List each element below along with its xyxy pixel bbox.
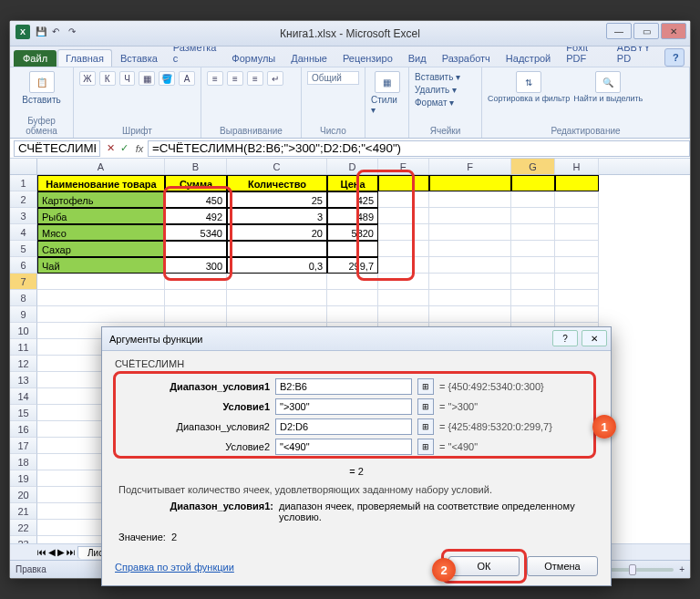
cell[interactable] [511, 241, 555, 257]
cell[interactable]: Чай [37, 257, 165, 274]
align-left-button[interactable]: ≡ [207, 71, 223, 86]
row-header[interactable]: 21 [10, 503, 37, 520]
close-button[interactable]: ✕ [661, 23, 686, 39]
undo-icon[interactable]: ↶ [52, 26, 63, 37]
arg-input[interactable] [275, 418, 412, 435]
cell[interactable] [555, 208, 599, 224]
cell[interactable] [378, 306, 429, 323]
dialog-help-link[interactable]: Справка по этой функции [115, 562, 234, 573]
cell[interactable] [165, 290, 227, 306]
row-header[interactable]: 5 [10, 241, 37, 257]
col-header-h[interactable]: H [555, 159, 599, 174]
cell[interactable] [378, 241, 429, 257]
cell[interactable] [227, 241, 327, 257]
cell[interactable] [227, 306, 327, 323]
minimize-button[interactable]: — [606, 23, 632, 39]
row-header[interactable]: 15 [10, 405, 37, 421]
cell[interactable] [511, 274, 555, 290]
cell[interactable]: Сумма [165, 175, 227, 191]
row-header[interactable]: 10 [10, 323, 37, 339]
tab-developer[interactable]: Разработч [435, 50, 498, 67]
cell[interactable] [327, 241, 378, 257]
range-select-icon[interactable]: ⊞ [417, 378, 434, 395]
cell[interactable] [429, 175, 511, 191]
col-header-b[interactable]: B [165, 159, 227, 174]
col-header-a[interactable]: A [37, 159, 165, 174]
cell[interactable] [511, 290, 555, 306]
row-header[interactable]: 9 [10, 306, 37, 323]
cell[interactable] [555, 175, 599, 191]
cell[interactable] [555, 191, 599, 208]
tab-nav-prev[interactable]: ◀ [48, 547, 56, 557]
col-header-g[interactable]: G [511, 159, 555, 174]
row-header[interactable]: 19 [10, 470, 37, 487]
cell[interactable]: 492 [165, 208, 227, 224]
bold-button[interactable]: Ж [79, 71, 96, 86]
row-header[interactable]: 7 [10, 274, 37, 290]
cell[interactable] [429, 306, 511, 323]
cell[interactable] [37, 306, 165, 323]
cell[interactable] [555, 274, 599, 290]
find-select-button[interactable]: 🔍Найти и выделить [573, 71, 643, 103]
fx-icon[interactable]: fx [131, 143, 148, 154]
italic-button[interactable]: К [99, 71, 116, 86]
tab-data[interactable]: Данные [283, 50, 335, 67]
dialog-close-button[interactable]: ✕ [582, 330, 607, 346]
wrap-button[interactable]: ↵ [267, 71, 283, 86]
cell[interactable] [37, 274, 165, 290]
cell[interactable]: 5340 [165, 224, 227, 241]
cell[interactable]: 425 [327, 191, 378, 208]
border-button[interactable]: ▦ [139, 71, 155, 86]
cell[interactable] [511, 175, 555, 191]
cell[interactable] [429, 257, 511, 274]
tab-formulas[interactable]: Формулы [224, 50, 283, 67]
cell[interactable] [227, 290, 327, 306]
cell[interactable]: 5320 [327, 224, 378, 241]
cell[interactable] [165, 274, 227, 290]
cell[interactable]: 3 [227, 208, 327, 224]
select-all-corner[interactable] [10, 159, 37, 174]
tab-file[interactable]: Файл [14, 50, 57, 67]
tab-view[interactable]: Вид [401, 50, 434, 67]
zoom-in-button[interactable]: + [679, 564, 685, 574]
cell[interactable] [555, 306, 599, 323]
enter-formula-icon[interactable]: ✓ [120, 142, 129, 154]
maximize-button[interactable]: ▭ [633, 23, 659, 39]
cell[interactable] [429, 191, 511, 208]
col-header-f[interactable]: F [429, 159, 511, 174]
fill-color-button[interactable]: 🪣 [159, 71, 175, 86]
format-cells-button[interactable]: Формат ▾ [415, 97, 476, 109]
cell[interactable] [227, 274, 327, 290]
cell[interactable]: Картофель [37, 191, 165, 208]
cell[interactable]: 25 [227, 191, 327, 208]
tab-review[interactable]: Рецензиро [335, 50, 400, 67]
row-header[interactable]: 3 [10, 208, 37, 224]
cell[interactable] [37, 290, 165, 306]
cell[interactable] [429, 208, 511, 224]
insert-cells-button[interactable]: Вставить ▾ [415, 71, 476, 84]
row-header[interactable]: 4 [10, 224, 37, 241]
row-header[interactable]: 6 [10, 257, 37, 274]
arg-input[interactable] [275, 439, 412, 455]
cell[interactable]: 300 [165, 257, 227, 274]
row-header[interactable]: 22 [10, 520, 37, 536]
arg-input[interactable] [275, 398, 412, 415]
cell[interactable] [511, 224, 555, 241]
cancel-button[interactable]: Отмена [527, 556, 598, 576]
name-box[interactable] [14, 140, 100, 157]
cell[interactable]: 299,7 [327, 257, 378, 274]
align-right-button[interactable]: ≡ [247, 71, 263, 86]
cell[interactable]: Наименование товара [37, 175, 165, 191]
cell[interactable] [429, 241, 511, 257]
row-header[interactable]: 20 [10, 487, 37, 503]
cell[interactable] [511, 208, 555, 224]
cell[interactable]: Мясо [37, 224, 165, 241]
tab-addins[interactable]: Надстрой [499, 50, 558, 67]
row-header[interactable]: 16 [10, 421, 37, 438]
cell[interactable] [165, 241, 227, 257]
cell[interactable] [378, 224, 429, 241]
paste-button[interactable]: 📋 Вставить [15, 71, 67, 105]
cell[interactable]: 489 [327, 208, 378, 224]
formula-input[interactable] [148, 140, 690, 157]
cell[interactable] [555, 257, 599, 274]
